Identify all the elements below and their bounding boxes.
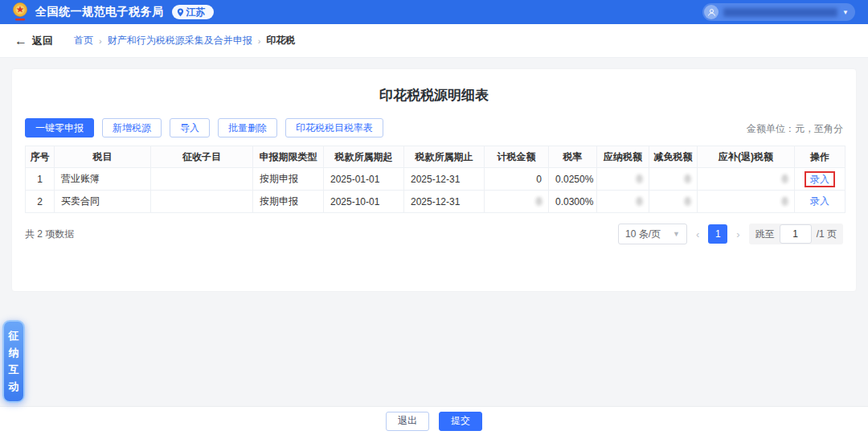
back-button[interactable]: ← 返回 [14, 34, 53, 48]
cell-value: 0 [536, 174, 542, 185]
cell-period_start: 2025-01-01 [324, 168, 404, 191]
cell-value: 2025-01-01 [330, 174, 379, 185]
total-pages-label: /1 页 [817, 228, 837, 241]
cell-tax_payable: 0 [597, 191, 649, 213]
side-tab-char: 纳 [9, 346, 19, 360]
page-title: 印花税税源明细表 [25, 69, 843, 105]
exit-button[interactable]: 退出 [386, 412, 429, 431]
cell-value: 买卖合同 [61, 195, 100, 207]
column-header: 税率 [549, 146, 597, 168]
side-tab-char: 动 [9, 380, 19, 394]
breadcrumb-item[interactable]: 首页 [74, 34, 93, 47]
table-row: 1营业账簿按期申报2025-01-012025-12-3100.0250%000… [26, 168, 845, 191]
location-badge[interactable]: 江苏 [172, 5, 214, 19]
tax-interaction-side-tab[interactable]: 征纳互动 [2, 320, 25, 403]
entry-link[interactable]: 录入 [810, 174, 829, 185]
cell-value: 0 [782, 174, 788, 185]
cell-value: 2025-12-31 [411, 196, 460, 207]
total-count-text: 共 2 项数据 [25, 228, 74, 241]
cell-sub_item [151, 168, 253, 191]
column-header: 应补(退)税额 [698, 146, 795, 168]
toolbar-button[interactable]: 一键零申报 [25, 118, 94, 137]
side-tab-char: 征 [9, 329, 19, 343]
action-cell: 录入 [795, 191, 845, 213]
select-caret-icon: ▼ [673, 230, 680, 238]
page-jump: 跳至 /1 页 [749, 224, 843, 244]
chevron-down-icon[interactable]: ▼ [842, 9, 849, 16]
cell-taxable_amount: 0 [485, 168, 549, 191]
cell-supplement: 0 [698, 168, 795, 191]
cell-value: 0 [685, 196, 690, 207]
user-avatar-icon [704, 5, 719, 19]
cell-value: 0 [637, 174, 642, 185]
cell-period_end: 2025-12-31 [404, 191, 485, 213]
column-header: 税目 [55, 146, 151, 168]
cell-value: 1 [37, 174, 43, 185]
cell-seq: 2 [26, 191, 55, 213]
pagination-bar: 共 2 项数据 10 条/页 ▼ ‹ 1 › 跳至 /1 页 [25, 224, 843, 244]
column-header: 税款所属期起 [324, 146, 404, 168]
tax-bureau-logo-icon [11, 2, 29, 22]
cell-period_type: 按期申报 [253, 191, 324, 213]
cell-value: 0 [637, 196, 642, 207]
column-header: 减免税额 [649, 146, 698, 168]
submit-button[interactable]: 提交 [439, 412, 482, 431]
cell-value: 0 [685, 174, 690, 185]
next-page-button[interactable]: › [734, 228, 742, 240]
cell-sub_item [151, 191, 253, 213]
tax-source-table: 序号税目征收子目申报期限类型税款所属期起税款所属期止计税金额税率应纳税额减免税额… [25, 146, 845, 213]
table-row: 2买卖合同按期申报2025-10-012025-12-3100.0300%000… [26, 191, 845, 213]
jump-page-input[interactable] [780, 224, 812, 244]
pager-controls: 10 条/页 ▼ ‹ 1 › 跳至 /1 页 [618, 224, 843, 244]
breadcrumb-separator-icon: › [99, 36, 102, 46]
cell-rate: 0.0300% [549, 191, 597, 213]
toolbar-button[interactable]: 印花税税目税率表 [285, 118, 383, 137]
cell-value: 2025-12-31 [411, 174, 460, 185]
cell-value: 按期申报 [260, 173, 298, 184]
app-header: 全国统一规范电子税务局 江苏 ▼ [0, 0, 868, 24]
cell-value: 0.0250% [555, 174, 593, 185]
back-label: 返回 [32, 34, 53, 48]
page-size-select[interactable]: 10 条/页 ▼ [618, 224, 687, 244]
breadcrumb-separator-icon: › [258, 36, 261, 46]
toolbar-button[interactable]: 批量删除 [218, 118, 277, 137]
content-card: 印花税税源明细表 一键零申报新增税源导入批量删除印花税税目税率表金额单位：元，至… [11, 68, 857, 292]
entry-link[interactable]: 录入 [810, 195, 829, 207]
column-header: 申报期限类型 [253, 146, 324, 168]
app-title: 全国统一规范电子税务局 [35, 5, 164, 19]
highlight-annotation-box: 录入 [805, 171, 835, 187]
cell-taxable_amount: 0 [485, 191, 549, 213]
page-size-value: 10 条/页 [625, 228, 661, 241]
prev-page-button[interactable]: ‹ [694, 228, 702, 240]
breadcrumb-item[interactable]: 财产和行为税税源采集及合并申报 [108, 34, 252, 47]
action-cell: 录入 [795, 168, 845, 191]
cell-value: 0 [536, 196, 542, 207]
user-name-redacted [723, 8, 837, 17]
main-area: 印花税税源明细表 一键零申报新增税源导入批量删除印花税税目税率表金额单位：元，至… [0, 58, 868, 406]
cell-period_type: 按期申报 [253, 168, 324, 191]
cell-period_start: 2025-10-01 [324, 191, 404, 213]
cell-value: 按期申报 [260, 195, 298, 207]
cell-tax_item: 营业账簿 [55, 168, 151, 191]
location-pin-icon [177, 8, 184, 17]
breadcrumb-bar: ← 返回 首页›财产和行为税税源采集及合并申报›印花税 [0, 24, 868, 58]
footer-action-bar: 退出 提交 [0, 406, 868, 435]
toolbar-button[interactable]: 导入 [170, 118, 210, 137]
cell-seq: 1 [26, 168, 55, 191]
user-account-menu[interactable]: ▼ [702, 3, 855, 21]
breadcrumb: 首页›财产和行为税税源采集及合并申报›印花税 [74, 34, 295, 47]
side-tab-char: 互 [9, 363, 19, 377]
back-arrow-icon: ← [14, 35, 27, 47]
jump-label: 跳至 [755, 228, 775, 241]
toolbar: 一键零申报新增税源导入批量删除印花税税目税率表金额单位：元，至角分 [25, 118, 843, 137]
amount-unit-note: 金额单位：元，至角分 [747, 122, 843, 137]
cell-reduction: 0 [649, 191, 698, 213]
toolbar-button[interactable]: 新增税源 [102, 118, 162, 137]
column-header: 征收子目 [151, 146, 253, 168]
column-header: 操作 [795, 146, 845, 168]
current-page-button[interactable]: 1 [708, 224, 727, 244]
column-header: 序号 [26, 146, 55, 168]
cell-tax_item: 买卖合同 [55, 191, 151, 213]
cell-value: 2025-10-01 [330, 196, 379, 207]
cell-value: 2 [37, 196, 43, 207]
